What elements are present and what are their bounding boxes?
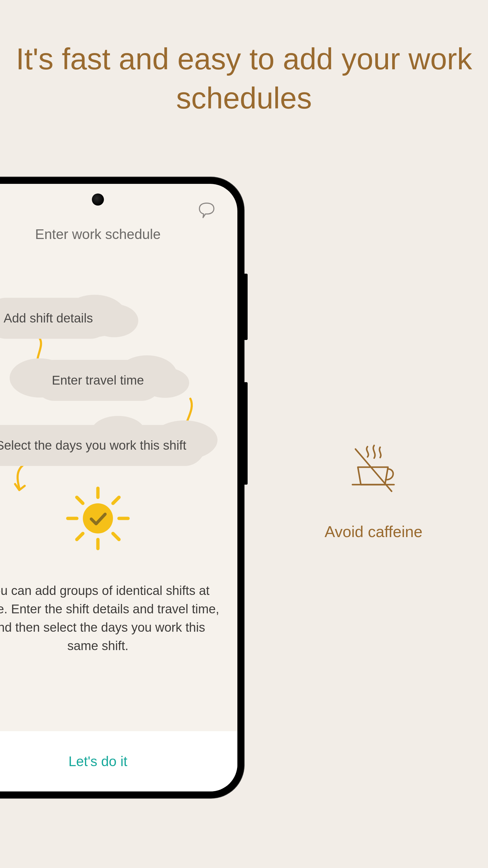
flow-step-cloud: Enter travel time: [34, 360, 162, 401]
sun-check-icon: [65, 485, 131, 553]
screen-title: Enter work schedule: [0, 226, 237, 242]
no-caffeine-icon: [313, 443, 434, 495]
onboarding-description: You can add groups of identical shifts a…: [0, 582, 222, 655]
flow-step-cloud: Add shift details: [0, 298, 111, 339]
phone-camera: [92, 193, 104, 206]
phone-side-button: [243, 382, 248, 485]
flow-step-label: Enter travel time: [52, 373, 144, 387]
flow-step-label: Add shift details: [4, 311, 93, 325]
svg-point-0: [83, 503, 113, 533]
flow-step-cloud: Select the days you work this shift: [0, 425, 205, 466]
svg-line-5: [77, 497, 83, 503]
onboarding-flow: Add shift details Enter travel time Sele…: [0, 298, 237, 466]
chat-bubble-icon[interactable]: [197, 202, 216, 221]
page-headline: It's fast and easy to add your work sche…: [0, 39, 488, 118]
lets-do-it-button[interactable]: Let's do it: [68, 753, 127, 770]
svg-line-7: [77, 533, 83, 539]
phone-screen: Enter work schedule Add shift details En…: [0, 184, 237, 792]
svg-line-6: [113, 533, 119, 539]
arrow-down-icon: [10, 464, 34, 497]
cta-bar: Let's do it: [0, 731, 237, 792]
flow-step-label: Select the days you work this shift: [0, 438, 186, 453]
tip-label: Avoid caffeine: [313, 523, 434, 541]
tip-avoid-caffeine: Avoid caffeine: [313, 443, 434, 541]
svg-line-8: [113, 497, 119, 503]
phone-side-button: [243, 274, 248, 340]
phone-frame: Enter work schedule Add shift details En…: [0, 177, 244, 798]
